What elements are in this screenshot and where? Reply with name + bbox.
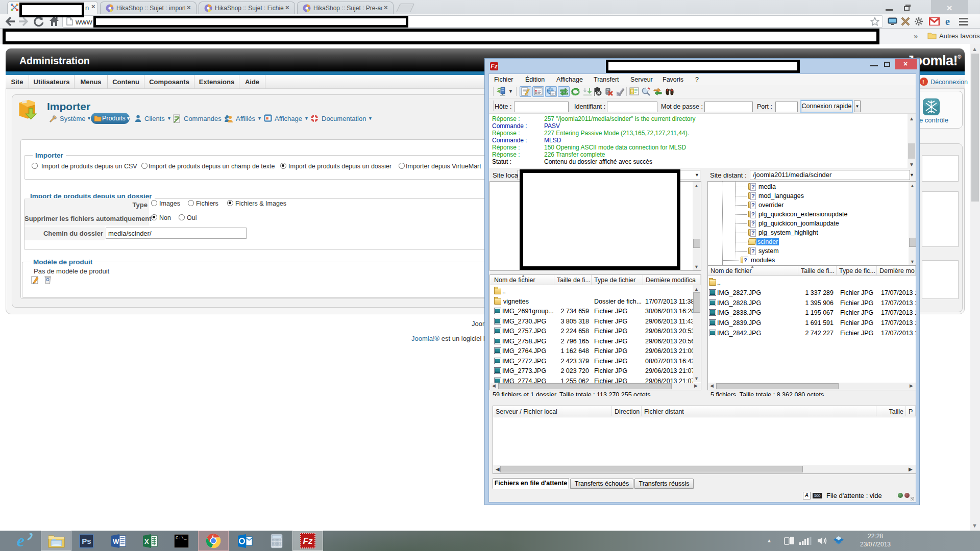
svg-text:X: X [144, 538, 149, 545]
svg-text:W: W [113, 538, 119, 545]
